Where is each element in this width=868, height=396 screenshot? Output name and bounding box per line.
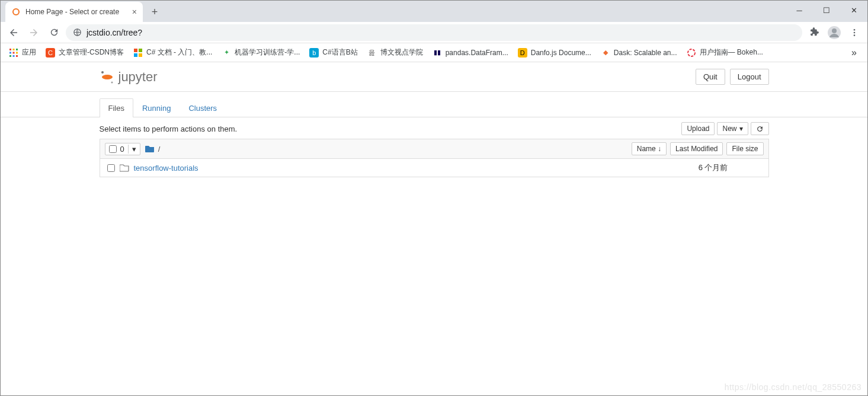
profile-icon[interactable] [826,24,843,41]
bookmark-label: Dask: Scalable an... [614,49,677,57]
bookmark-favicon-icon: 읊 [367,48,377,58]
tab-running[interactable]: Running [133,98,180,117]
close-tab-icon[interactable]: × [132,7,137,17]
bookmark-label: Danfo.js Docume... [531,49,591,57]
logout-button[interactable]: Logout [730,69,769,85]
bookmark-favicon-icon: ▮▮ [433,48,442,58]
bookmark-label: 文章管理-CSDN博客 [59,47,124,58]
sort-size-button[interactable]: File size [726,142,763,155]
select-all-checkbox[interactable] [109,145,117,153]
bookmark-item[interactable]: C文章管理-CSDN博客 [42,45,127,60]
apps-shortcut[interactable]: 应用 [5,45,40,60]
bookmark-item[interactable]: bC#语言B站 [306,45,361,60]
folder-outline-icon [120,164,129,172]
arrow-down-icon: ↓ [658,145,661,153]
svg-rect-11 [13,52,15,53]
hint-text: Select items to perform actions on them. [100,124,238,133]
tab-files[interactable]: Files [100,98,133,117]
chrome-menu-icon[interactable] [846,24,863,41]
file-link[interactable]: tensorflow-tutorials [134,164,198,173]
bookmark-label: 用户指南— Bokeh... [700,47,763,58]
svg-rect-12 [16,52,18,53]
row-modified: 6 个月前 [699,162,764,173]
upload-button[interactable]: Upload [681,122,715,135]
watermark-text: https://blog.csdn.net/qq_28550263 [725,382,861,392]
col-name-label: Name [637,145,656,153]
refresh-button[interactable] [751,122,769,135]
bookmark-favicon-icon: C [46,48,55,58]
address-bar: jcstdio.cn/tree? [1,22,867,43]
select-all-control[interactable]: 0 ▾ [105,143,140,155]
url-text: jcstdio.cn/tree? [87,28,142,37]
apps-grid-icon [9,48,18,58]
bookmark-favicon-icon [687,48,696,58]
extensions-icon[interactable] [806,24,822,41]
bookmark-item[interactable]: DDanfo.js Docume... [514,46,595,60]
bookmark-item[interactable]: C# 文档 - 入门、教... [130,45,216,60]
jupyter-favicon-icon [11,7,21,17]
caret-down-icon: ▾ [739,124,743,133]
svg-rect-9 [16,49,18,50]
forward-button[interactable] [25,24,42,41]
svg-rect-19 [139,53,142,57]
svg-point-5 [854,31,856,33]
new-button[interactable]: New ▾ [717,122,748,135]
bookmark-favicon-icon [133,48,143,58]
bookmarks-overflow-icon[interactable]: » [845,47,863,58]
svg-rect-13 [9,55,11,57]
svg-rect-15 [16,55,18,57]
win-maximize[interactable]: ☐ [813,1,840,20]
reload-button[interactable] [46,24,62,41]
file-list-header: 0 ▾ / Name ↓ Last Modified File size [100,139,769,159]
caret-down-icon[interactable]: ▾ [128,145,136,154]
win-close[interactable]: ✕ [840,1,867,20]
jupyter-logo-text: jupyter [118,69,158,85]
svg-rect-10 [9,52,11,53]
folder-icon[interactable] [145,145,155,153]
refresh-icon [756,125,764,133]
jupyter-logo-icon [100,69,115,85]
jupyter-header: jupyter Quit Logout [1,62,867,92]
bookmark-label: 博文视点学院 [380,47,423,58]
breadcrumb-root[interactable]: / [158,145,161,154]
new-tab-button[interactable]: + [146,4,163,20]
bookmark-favicon-icon: ✦ [222,48,231,58]
bookmark-label: pandas.DataFram... [446,49,508,57]
select-count: 0 [120,145,124,154]
sort-modified-button[interactable]: Last Modified [670,142,723,155]
jupyter-logo[interactable]: jupyter [100,69,158,85]
jupyter-tabs: Files Running Clusters [1,98,867,117]
svg-rect-8 [13,49,15,50]
bookmark-item[interactable]: 읊博文视点学院 [364,45,427,60]
svg-point-3 [832,28,837,33]
omnibox[interactable]: jcstdio.cn/tree? [66,24,802,41]
sort-name-button[interactable]: Name ↓ [632,142,667,155]
bookmark-item[interactable]: 用户指南— Bokeh... [683,45,767,60]
browser-tab[interactable]: Home Page - Select or create × [5,2,143,22]
browser-tab-strip: Home Page - Select or create × + [1,1,867,22]
bookmark-favicon-icon: D [518,48,527,58]
svg-rect-18 [134,53,137,57]
quit-button[interactable]: Quit [696,69,725,85]
new-label: New [722,124,736,133]
bookmark-favicon-icon: ◆ [601,48,610,58]
row-checkbox[interactable] [107,164,115,172]
svg-rect-7 [9,49,11,50]
svg-rect-17 [139,49,142,52]
bookmark-item[interactable]: ▮▮pandas.DataFram... [429,46,512,60]
file-list-row: tensorflow-tutorials 6 个月前 [100,159,769,177]
bookmark-label: 机器学习训练营-学... [235,47,300,58]
svg-point-22 [111,81,113,83]
bookmark-item[interactable]: ◆Dask: Scalable an... [597,46,681,60]
tab-title: Home Page - Select or create [25,8,119,16]
win-minimize[interactable]: ─ [786,1,813,20]
bookmark-label: C# 文档 - 入门、教... [146,47,212,58]
svg-point-21 [101,71,104,74]
bookmark-label: C#语言B站 [322,47,357,58]
files-toolbar: Select items to perform actions on them.… [100,122,769,135]
bookmark-item[interactable]: ✦机器学习训练营-学... [218,45,303,60]
back-button[interactable] [5,24,22,41]
tab-clusters[interactable]: Clusters [180,98,226,117]
bookmarks-bar: 应用 C文章管理-CSDN博客 C# 文档 - 入门、教... ✦机器学习训练营… [1,43,867,62]
bookmark-label: 应用 [22,47,36,58]
